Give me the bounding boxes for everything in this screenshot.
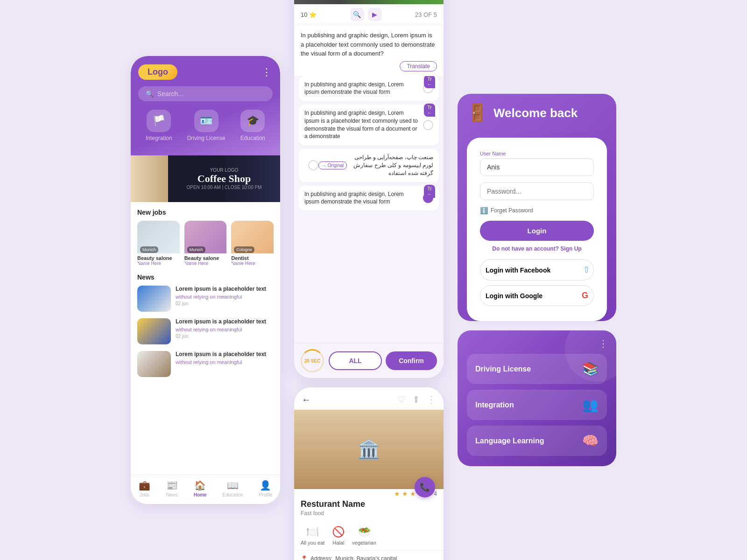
job-title-1: Beauty salone [137,255,180,261]
search-input[interactable] [157,90,265,98]
list-item[interactable]: Lorem ipsum is a placeholder text withou… [137,286,274,312]
list-item[interactable]: Tr← In publishing and graphic design, Lo… [299,76,439,101]
username-input[interactable] [480,158,594,176]
news-list: Lorem ipsum is a placeholder text withou… [137,286,274,377]
all-button[interactable]: ALL [329,351,382,370]
back-arrow-icon[interactable]: ← [302,394,311,405]
menu-item-language[interactable]: Language Learning 🧠 [467,426,607,456]
job-cards: Munich Beauty salone Name Here Munich Be… [137,221,274,266]
news-text-3: Lorem ipsum is a placeholder text withou… [176,351,266,365]
zoom-icon[interactable]: 🔍 [350,8,364,21]
banner-brand: YOUR LOGO [186,168,261,173]
list-item[interactable]: Lorem ipsum is a placeholder text withou… [137,351,274,377]
tag-label-3: vegetarian [352,540,376,546]
more-icon[interactable]: ⋮ [427,394,436,405]
select-circle-2[interactable] [423,120,433,130]
job-sub-2: Name Here [184,261,227,266]
plate-icon: 🍽️ [306,526,319,538]
cat-driving[interactable]: 🪪 Driving License [187,110,226,141]
facebook-icon:  [585,265,588,275]
cat-education-label: Education [240,135,265,141]
home-icon: 🏠 [194,480,206,491]
welcome-text: Welcome back [493,106,578,120]
login-button[interactable]: Login [480,221,594,241]
news-text-1: Lorem ipsum is a placeholder text withou… [176,286,266,306]
job-card[interactable]: Munich Beauty salone Name Here [184,221,227,266]
address-text: Munich, Bavaria's capital [335,555,397,560]
phone-restaurant: ← ♡ ⬆ ⋮ 🏛️ 📞 ★ ★ ★ ★ ★ 4 Resturant Name … [294,387,444,560]
banner-text: YOUR LOGO Coffee Shop OPEN 10:00 AM | CL… [149,168,261,190]
restaurant-type: Fast food [301,510,437,517]
news-title: News [137,273,274,281]
language-menu-icon: 🧠 [582,433,599,448]
search-icon: 🔍 [146,90,154,98]
job-card[interactable]: Munich Beauty salone Name Here [137,221,180,266]
question-text: In publishing and graphic design, Lorem … [294,25,444,61]
tag-label-1: All you eat [301,540,324,546]
more-options-icon[interactable]: ⋮ [261,66,273,78]
nav-jobs[interactable]: 💼 Jobs [139,480,150,497]
list-item[interactable]: Lorem ipsum is a placeholder text withou… [137,318,274,344]
phone1-body: New jobs Munich Beauty salone Name Here … [131,202,280,475]
nav-education[interactable]: 📖 Education [222,480,243,497]
job-card[interactable]: Cologne Dentist Name Here [231,221,274,266]
location-icon: 📍 [301,555,308,560]
job-sub-1: Name Here [137,261,180,266]
menu-item-driving[interactable]: Driving License 📚 [467,354,607,384]
call-button[interactable]: 📞 [415,477,435,497]
tag-all-you-eat: 🍽️ All you eat [301,526,324,546]
quiz-score: 10 ⭐ [301,11,317,18]
list-item[interactable]: Tr← In publishing and graphic design, Lo… [299,186,439,211]
play-icon[interactable]: ▶ [368,8,382,21]
star-icon: ★ [402,490,408,497]
right-column: 🚪 Welcome back User Name ℹ️ Forget Passw… [458,94,616,466]
phone-quiz: ← Driving License 🚗 ⬆️ ⛔ 10 ⭐ 🔍 ▶ 23 OF … [294,0,444,378]
share-icon[interactable]: ⬆ [412,394,420,405]
menu-item-integration[interactable]: Integration 👥 [467,390,607,420]
nav-profile[interactable]: 👤 Profile [259,480,272,497]
search-bar[interactable]: 🔍 [138,86,273,101]
quiz-footer: 20 SEC ALL Confirm [294,343,444,378]
news-title-2: Lorem ipsum is a placeholder text [176,318,266,326]
driving-menu-icon: 📚 [582,361,599,377]
news-date-2: 02 jun [176,334,266,339]
list-item[interactable]: صنعت چاپ، صفحه‌آرایی و طراحی لورم ایپسوم… [299,149,439,182]
answer-text-3: صنعت چاپ، صفحه‌آرایی و طراحی لورم ایپسوم… [347,154,433,177]
tag-label-2: Halal [332,540,344,546]
nav-news[interactable]: 📰 News [166,480,178,497]
menu-dots-icon[interactable]: ⋮ [599,338,608,349]
phone1-header: Logo ⋮ 🔍 🏳️ Integration 🪪 Driving Licens… [131,56,280,155]
jobs-icon: 💼 [139,480,150,491]
integration-menu-icon: 👥 [582,397,599,413]
banner-name: Coffee Shop [186,173,261,185]
heart-icon[interactable]: ♡ [397,394,406,405]
signup-link[interactable]: Sign Up [560,245,581,252]
job-title-2: Beauty salone [184,255,227,261]
confirm-button[interactable]: Confirm [386,351,437,370]
timer-text: 20 SEC [304,358,320,364]
news-thumb-2 [137,318,171,344]
welcome-header: 🚪 Welcome back [467,103,607,127]
forget-password-link[interactable]: ℹ️ Forget Password [480,207,594,214]
education-nav-icon: 📖 [227,480,239,491]
news-text-2: Lorem ipsum is a placeholder text withou… [176,318,266,339]
rating-count: 4 [434,490,437,497]
nav-education-label: Education [222,492,243,497]
translate-button[interactable]: Translate [400,61,437,71]
answer-text-4: In publishing and graphic design, Lorem … [304,190,419,206]
cat-education[interactable]: 🎓 Education [240,110,265,141]
select-circle-3[interactable] [308,160,318,170]
list-item[interactable]: Tr← In publishing and graphic design, Lo… [299,105,439,145]
news-icon: 📰 [166,480,178,491]
job-city-3: Cologne [234,246,254,253]
facebook-login-button[interactable]: Login with Facebook  [480,259,594,280]
menu-card: ⋮ Driving License 📚 Integration 👥 Langua… [458,330,616,466]
profile-icon: 👤 [260,480,271,491]
google-login-button[interactable]: Login with Google G [480,285,594,306]
google-login-label: Login with Google [486,292,543,300]
banner-hours: OPEN 10:00 AM | CLOSE 10:00 PM [186,185,261,190]
logo-badge[interactable]: Logo [138,64,177,80]
nav-home[interactable]: 🏠 Home [194,480,207,497]
cat-integration[interactable]: 🏳️ Integration [146,110,172,141]
password-input[interactable] [480,182,594,200]
